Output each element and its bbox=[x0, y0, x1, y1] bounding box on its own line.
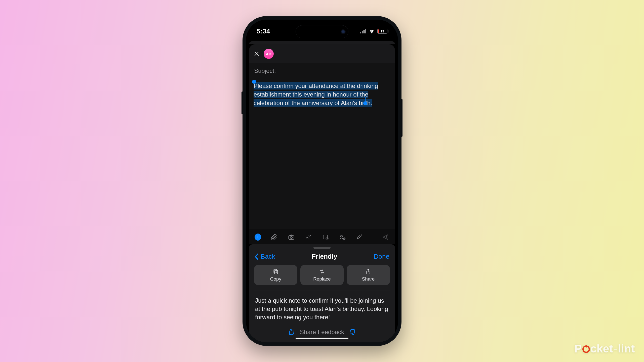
panel-header: Back Friendly Done bbox=[249, 249, 395, 265]
selected-text: Please confirm your attendance at the dr… bbox=[254, 82, 378, 107]
copy-icon bbox=[272, 268, 279, 275]
markup-icon[interactable] bbox=[304, 233, 312, 241]
writing-tools-icon[interactable] bbox=[355, 233, 364, 241]
chevron-left-icon bbox=[255, 253, 259, 260]
panel-grabber[interactable] bbox=[313, 247, 331, 249]
watermark: Pcket-lint bbox=[574, 342, 635, 355]
people-icon[interactable] bbox=[338, 233, 346, 241]
panel-actions: Copy Replace Share bbox=[249, 265, 395, 291]
svg-point-4 bbox=[341, 235, 342, 237]
panel-title: Friendly bbox=[312, 253, 337, 260]
camera-icon[interactable] bbox=[287, 233, 295, 241]
subject-field[interactable]: Subject: bbox=[249, 63, 395, 78]
phone-frame: 5:34 13 AD bbox=[243, 16, 401, 346]
back-label: Back bbox=[261, 253, 275, 260]
add-button[interactable] bbox=[255, 234, 261, 241]
done-button[interactable]: Done bbox=[374, 253, 389, 260]
replace-label: Replace bbox=[313, 276, 331, 282]
replace-icon bbox=[319, 268, 325, 275]
compose-header: AD bbox=[249, 44, 395, 63]
email-body[interactable]: Please confirm your attendance at the dr… bbox=[249, 78, 395, 229]
selection-handle-start[interactable] bbox=[252, 80, 256, 84]
send-button[interactable] bbox=[381, 233, 389, 241]
feedback-label[interactable]: Share Feedback bbox=[300, 329, 344, 336]
share-button[interactable]: Share bbox=[347, 265, 390, 285]
compose-sheet: AD Subject: Please confirm your attendan… bbox=[249, 44, 395, 244]
background-sheet bbox=[249, 41, 395, 44]
share-label: Share bbox=[362, 276, 375, 282]
selection-handle-end[interactable] bbox=[363, 101, 367, 105]
svg-rect-7 bbox=[275, 270, 278, 274]
thumbs-down-icon[interactable] bbox=[349, 328, 357, 336]
svg-point-6 bbox=[361, 235, 361, 235]
compose-toolbar bbox=[249, 229, 395, 244]
svg-point-5 bbox=[343, 238, 345, 240]
app-container: AD Subject: Please confirm your attendan… bbox=[246, 20, 398, 342]
share-icon bbox=[365, 268, 372, 275]
rewrite-output: Just a quick note to confirm if you'll b… bbox=[249, 291, 395, 326]
phone-screen: 5:34 13 AD bbox=[246, 20, 398, 342]
close-icon[interactable] bbox=[254, 51, 260, 57]
svg-rect-2 bbox=[323, 235, 327, 239]
svg-rect-0 bbox=[289, 236, 294, 239]
copy-label: Copy bbox=[270, 276, 281, 282]
thumbs-up-icon[interactable] bbox=[287, 328, 295, 336]
home-indicator[interactable] bbox=[296, 338, 348, 339]
replace-button[interactable]: Replace bbox=[300, 265, 344, 285]
scan-document-icon[interactable] bbox=[321, 233, 329, 241]
back-button[interactable]: Back bbox=[255, 253, 275, 260]
watermark-o-icon bbox=[582, 345, 590, 353]
svg-point-1 bbox=[290, 237, 292, 239]
feedback-row: Share Feedback bbox=[249, 326, 395, 342]
attachment-icon[interactable] bbox=[270, 233, 278, 241]
writing-tools-panel: Back Friendly Done Copy Replace bbox=[249, 244, 395, 342]
copy-button[interactable]: Copy bbox=[254, 265, 297, 285]
avatar[interactable]: AD bbox=[264, 49, 274, 59]
background: 5:34 13 AD bbox=[0, 0, 644, 362]
svg-rect-8 bbox=[274, 269, 277, 273]
